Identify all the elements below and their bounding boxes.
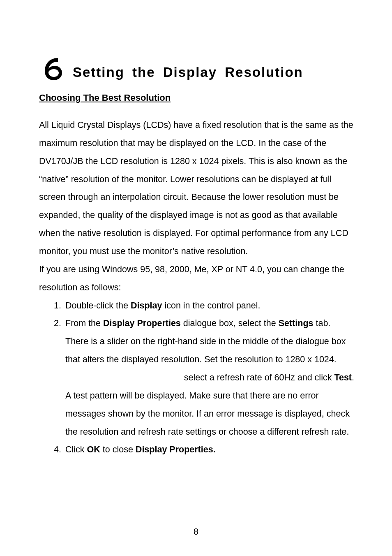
section-subheading: Choosing The Best Resolution <box>39 93 354 103</box>
step-text: From the <box>65 318 103 328</box>
step-text-bold: Display <box>131 301 162 310</box>
page-number: 8 <box>0 527 392 537</box>
step-text: icon in the control panel. <box>162 301 260 310</box>
step-text-right-aligned: select a refresh rate of 60Hz and click … <box>65 369 354 387</box>
page-container: Setting the Display Resolution Choosing … <box>0 0 392 556</box>
steps-list: Double-click the Display icon in the con… <box>39 297 354 459</box>
chapter-heading: Setting the Display Resolution <box>39 56 354 82</box>
step-text-bold: Settings <box>279 318 314 328</box>
step-text: Click <box>65 445 87 454</box>
intro-paragraph: All Liquid Crystal Displays (LCDs) have … <box>39 116 354 261</box>
chapter-title: Setting the Display Resolution <box>73 65 303 82</box>
step-text-bold: Display Properties. <box>136 445 216 454</box>
step-text: select a refresh rate of 60Hz and click <box>184 373 334 382</box>
step-text: A test pattern will be displayed. Make s… <box>65 387 354 441</box>
windows-intro-paragraph: If you are using Windows 95, 98, 2000, M… <box>39 261 354 297</box>
step-text-bold: Test <box>334 373 352 382</box>
list-item: Double-click the Display icon in the con… <box>64 297 354 315</box>
list-item: Click OK to close Display Properties. <box>64 441 354 459</box>
step-text-bold: OK <box>87 445 100 454</box>
list-item: From the Display Properties dialogue box… <box>64 315 354 441</box>
step-text: to close <box>100 445 136 454</box>
step-text: Double-click the <box>65 301 131 310</box>
step-text: . <box>352 373 354 382</box>
step-text: dialogue box, select the <box>181 318 279 328</box>
step-text-bold: Display Properties <box>103 318 181 328</box>
chapter-number-icon <box>39 56 65 82</box>
